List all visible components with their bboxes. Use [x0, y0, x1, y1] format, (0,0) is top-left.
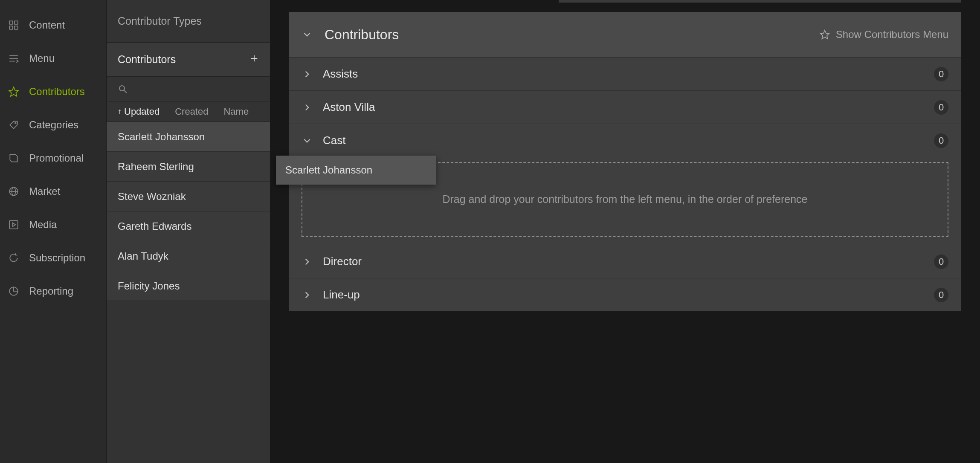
dropzone-text: Drag and drop your contributors from the… [442, 192, 807, 207]
svg-rect-2 [9, 26, 13, 29]
refresh-icon [8, 252, 20, 264]
person-name: Steve Wozniak [118, 191, 186, 203]
count-badge: 0 [934, 288, 948, 302]
nav-item-menu[interactable]: Menu [0, 42, 106, 75]
count-badge: 0 [934, 67, 948, 81]
list-item[interactable]: Alan Tudyk [107, 241, 270, 271]
list-item[interactable]: Felicity Jones [107, 271, 270, 301]
chevron-right-icon [302, 69, 313, 80]
nav-label: Promotional [29, 152, 84, 164]
nav-label: Market [29, 185, 60, 197]
person-name: Raheem Sterling [118, 161, 194, 173]
count-badge: 0 [934, 255, 948, 269]
sort-updated[interactable]: ↑ Updated [118, 106, 159, 117]
group-row-director[interactable]: Director 0 [289, 245, 961, 278]
search-icon [118, 84, 128, 94]
person-name: Gareth Edwards [118, 220, 191, 232]
card-title: Contributors [325, 27, 399, 43]
chevron-down-icon[interactable] [302, 29, 313, 40]
nav-item-subscription[interactable]: Subscription [0, 241, 106, 275]
primary-sidebar: Content Menu Contributors Categories Pro… [0, 0, 107, 463]
group-title: Cast [323, 134, 345, 147]
svg-point-16 [119, 86, 125, 91]
svg-line-17 [124, 90, 127, 93]
contributors-section-header[interactable]: Contributors [107, 43, 270, 77]
list-item[interactable]: Steve Wozniak [107, 182, 270, 211]
search-input[interactable] [107, 77, 270, 101]
globe-icon [8, 185, 20, 197]
nav-item-reporting[interactable]: Reporting [0, 275, 106, 308]
svg-rect-3 [14, 26, 18, 29]
show-contributors-menu-button[interactable]: Show Contributors Menu [820, 29, 948, 41]
ticket-icon [8, 152, 20, 164]
plus-icon[interactable] [249, 53, 259, 66]
nav-label: Categories [29, 119, 78, 131]
menu-icon [8, 52, 20, 64]
group-row-assists[interactable]: Assists 0 [289, 57, 961, 90]
svg-marker-18 [821, 30, 829, 39]
drag-ghost-label: Scarlett Johansson [285, 164, 372, 176]
star-icon [8, 86, 20, 98]
chevron-down-icon [302, 135, 313, 146]
person-name: Scarlett Johansson [118, 131, 205, 143]
nav-label: Media [29, 219, 57, 231]
list-item[interactable]: Raheem Sterling [107, 152, 270, 182]
nav-label: Content [29, 19, 65, 31]
nav-item-categories[interactable]: Categories [0, 108, 106, 142]
nav-label: Menu [29, 52, 55, 64]
count-badge: 0 [934, 100, 948, 115]
svg-rect-0 [9, 21, 13, 24]
decor-strip [559, 0, 961, 3]
nav-item-media[interactable]: Media [0, 208, 106, 241]
tag-icon [8, 119, 20, 131]
group-row-cast[interactable]: Cast 0 [289, 124, 961, 157]
person-name: Alan Tudyk [118, 250, 168, 262]
panel-title: Contributor Types [107, 0, 270, 43]
sort-label: Name [223, 106, 249, 117]
nav-label: Reporting [29, 285, 73, 297]
nav-label: Subscription [29, 252, 85, 264]
chevron-right-icon [302, 256, 313, 267]
section-label: Contributors [118, 53, 176, 66]
play-square-icon [8, 219, 20, 231]
nav-item-contributors[interactable]: Contributors [0, 75, 106, 108]
pie-chart-icon [8, 285, 20, 297]
svg-marker-13 [13, 223, 16, 227]
sort-header: ↑ Updated Created Name [107, 101, 270, 122]
sort-label: Created [175, 106, 208, 117]
nav-label: Contributors [29, 86, 85, 98]
panel-title-text: Contributor Types [118, 15, 202, 27]
nav-item-content[interactable]: Content [0, 9, 106, 42]
chevron-right-icon [302, 289, 313, 301]
show-menu-label: Show Contributors Menu [836, 29, 948, 41]
drag-ghost[interactable]: Scarlett Johansson [276, 156, 436, 185]
secondary-panel: Contributor Types Contributors ↑ Updated… [107, 0, 270, 463]
group-row-line-up[interactable]: Line-up 0 [289, 278, 961, 311]
svg-marker-7 [9, 87, 18, 96]
svg-rect-12 [9, 220, 18, 229]
sort-label: Updated [124, 106, 159, 117]
group-title: Aston Villa [323, 101, 375, 114]
nav-item-promotional[interactable]: Promotional [0, 142, 106, 175]
group-title: Director [323, 255, 362, 268]
card-header: Contributors Show Contributors Menu [289, 12, 961, 57]
chevron-right-icon [302, 102, 313, 113]
grid-icon [8, 19, 20, 31]
group-row-aston-villa[interactable]: Aston Villa 0 [289, 90, 961, 124]
count-badge: 0 [934, 133, 948, 148]
star-outline-icon [820, 29, 830, 40]
nav-item-market[interactable]: Market [0, 175, 106, 208]
svg-rect-1 [14, 21, 18, 24]
main-area: Contributors Show Contributors Menu Assi… [270, 0, 980, 463]
sort-arrow-up-icon: ↑ [118, 107, 122, 116]
group-title: Line-up [323, 288, 360, 301]
person-name: Felicity Jones [118, 280, 180, 292]
group-title: Assists [323, 67, 358, 81]
sort-name[interactable]: Name [223, 106, 249, 117]
list-item[interactable]: Scarlett Johansson [107, 122, 270, 152]
list-item[interactable]: Gareth Edwards [107, 211, 270, 241]
svg-point-8 [15, 122, 16, 124]
sort-created[interactable]: Created [175, 106, 208, 117]
